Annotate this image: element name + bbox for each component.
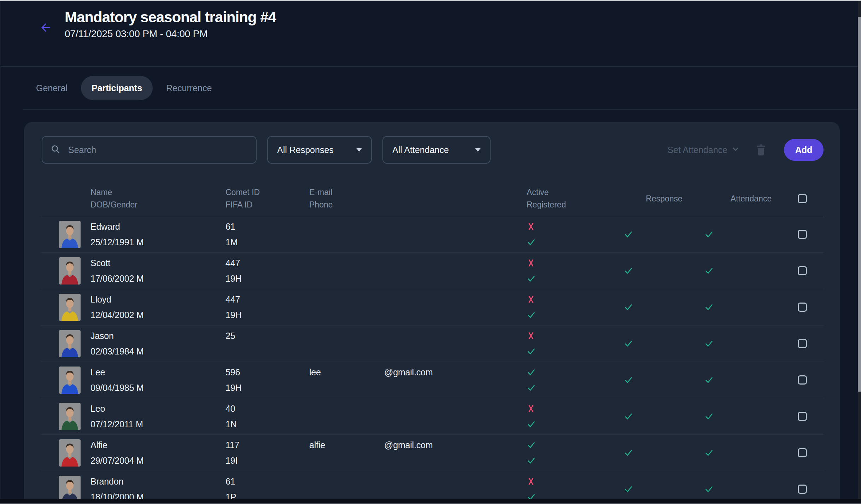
player-dob-gender: 18/10/2000 M: [90, 492, 226, 499]
player-phone: [309, 419, 527, 429]
table-row: Leo 07/12/2011 M 40 1N: [40, 398, 824, 435]
back-arrow-icon: [40, 22, 53, 34]
player-avatar: [59, 476, 90, 499]
response-status-icon: [624, 266, 633, 275]
player-fifa-id: 19H: [226, 382, 309, 393]
player-dob-gender: 09/04/1985 M: [90, 382, 226, 393]
player-dob-gender: 07/12/2011 M: [90, 419, 226, 429]
active-status-icon: [527, 295, 624, 304]
header-avatar-spacer: [59, 181, 90, 216]
response-status-icon: [624, 412, 633, 421]
set-attendance-button[interactable]: Set Attendance: [667, 145, 739, 155]
attendance-status-icon: [704, 230, 714, 239]
player-email-domain: @gmail.com: [384, 367, 433, 377]
attendance-status-icon: [704, 339, 714, 348]
player-comet-id: 447: [226, 258, 309, 268]
response-status-icon: [624, 485, 633, 494]
player-comet-id: 40: [226, 403, 309, 414]
response-status-icon: [624, 375, 633, 385]
player-dob-gender: 25/12/1991 M: [90, 237, 226, 247]
tab-recurrence[interactable]: Recurrence: [166, 83, 212, 93]
registered-status-icon: [527, 456, 624, 465]
active-status-icon: [527, 258, 624, 268]
delete-button[interactable]: [756, 143, 766, 157]
table-row: Jason 02/03/1984 M 25: [40, 326, 824, 362]
player-fifa-id: 19I: [226, 455, 309, 466]
player-name: Scott: [90, 258, 226, 268]
player-avatar: [59, 439, 90, 467]
add-button[interactable]: Add: [784, 139, 824, 161]
row-checkbox[interactable]: [798, 412, 807, 421]
attendance-status-icon: [704, 412, 714, 421]
trash-icon: [756, 151, 766, 157]
search-icon: [51, 145, 60, 156]
responses-filter-select[interactable]: All Responses: [267, 136, 372, 164]
row-checkbox[interactable]: [798, 448, 807, 457]
row-checkbox[interactable]: [798, 230, 807, 239]
player-phone: [309, 382, 527, 393]
player-phone: [309, 455, 527, 466]
player-phone: [309, 310, 527, 320]
table-row: Edward 25/12/1991 M 61 1M: [40, 216, 824, 253]
player-phone: [309, 273, 527, 284]
player-fifa-id: 19H: [226, 273, 309, 284]
header-name-column: Name DOB/Gender: [90, 181, 226, 216]
header-status-column: Active Registered: [527, 181, 624, 216]
search-box[interactable]: [42, 136, 257, 164]
window-bottom-strip: [0, 499, 861, 503]
player-avatar: [59, 257, 90, 285]
response-status-icon: [624, 230, 633, 239]
search-input[interactable]: [68, 145, 247, 156]
player-comet-id: 61: [226, 476, 309, 487]
player-email-domain: @gmail.com: [384, 440, 433, 450]
tab-general[interactable]: General: [36, 83, 68, 93]
player-name: Jason: [90, 330, 226, 341]
scrollbar-thumb[interactable]: [858, 17, 861, 392]
event-header: Mandatory seasonal training #4 07/11/202…: [1, 1, 858, 67]
attendance-status-icon: [704, 303, 714, 312]
back-button[interactable]: [40, 21, 53, 34]
player-avatar: [59, 294, 90, 321]
tab-participants[interactable]: Participants: [81, 76, 153, 100]
player-name: Lloyd: [90, 294, 226, 305]
header-attendance-column: Attendance: [704, 181, 798, 216]
window-left-edge: [0, 1, 1, 503]
header-response-column: Response: [624, 181, 704, 216]
response-status-icon: [624, 303, 633, 312]
player-comet-id: 61: [226, 221, 309, 232]
active-status-icon: [527, 331, 624, 340]
table-row: Alfie 29/07/2004 M 117 19I alfie@gmail.c…: [40, 435, 824, 471]
row-checkbox[interactable]: [798, 485, 807, 494]
registered-status-icon: [527, 492, 624, 499]
attendance-status-icon: [704, 266, 714, 275]
row-checkbox[interactable]: [798, 303, 807, 312]
attendance-filter-select[interactable]: All Attendance: [382, 136, 491, 164]
registered-status-icon: [527, 347, 624, 356]
active-status-icon: [527, 440, 624, 450]
player-dob-gender: 12/04/2002 M: [90, 310, 226, 320]
player-dob-gender: 02/03/1984 M: [90, 346, 226, 357]
row-checkbox[interactable]: [798, 339, 807, 348]
attendance-filter-value: All Attendance: [392, 145, 449, 155]
select-all-checkbox[interactable]: [798, 194, 807, 203]
header-id-column: Comet ID FIFA ID: [226, 181, 309, 216]
row-checkbox[interactable]: [798, 375, 807, 385]
chevron-down-icon: [732, 145, 739, 155]
player-phone: [309, 346, 527, 357]
table-row: Lee 09/04/1985 M 596 19H lee@gmail.com: [40, 362, 824, 398]
player-fifa-id: 1P: [226, 492, 309, 499]
player-name: Edward: [90, 221, 226, 232]
player-comet-id: 25: [226, 330, 309, 341]
player-avatar: [59, 330, 90, 357]
player-avatar: [59, 403, 90, 430]
player-dob-gender: 29/07/2004 M: [90, 455, 226, 466]
row-checkbox[interactable]: [798, 266, 807, 275]
player-phone: [309, 237, 527, 247]
tab-bar: General Participants Recurrence: [1, 66, 858, 110]
set-attendance-label: Set Attendance: [667, 145, 727, 155]
player-avatar: [59, 221, 90, 248]
table-row: Lloyd 12/04/2002 M 447 19H: [40, 289, 824, 326]
caret-down-icon: [356, 148, 362, 152]
player-fifa-id: 19H: [226, 310, 309, 320]
player-comet-id: 447: [226, 294, 309, 305]
